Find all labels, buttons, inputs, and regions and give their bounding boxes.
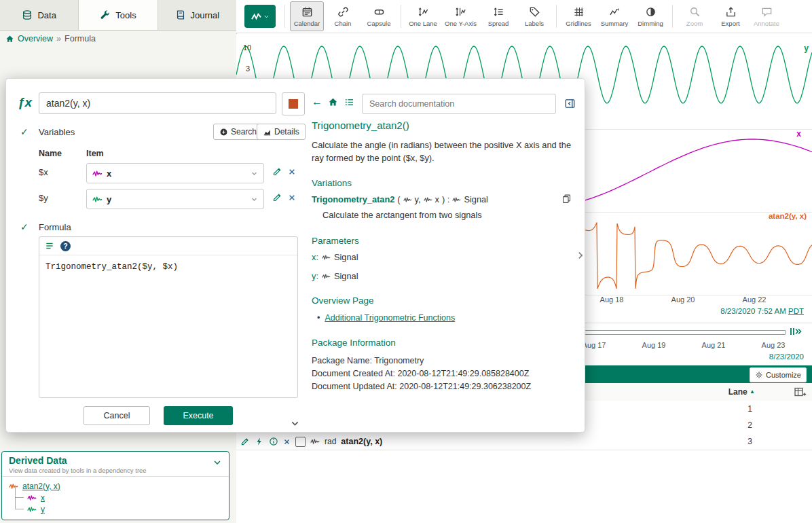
toolbar-dimming[interactable]: Dimming (633, 1, 667, 31)
trend-view-dropdown[interactable] (244, 5, 276, 28)
home-icon[interactable] (5, 35, 14, 43)
breadcrumb-current: Formula (64, 34, 96, 43)
toolbar-one-y-axis[interactable]: One Y-Axis (442, 1, 479, 31)
toolbar-capsule[interactable]: Capsule (362, 1, 396, 31)
range-grip-icon[interactable] (789, 327, 802, 336)
chevron-down-icon[interactable] (213, 458, 222, 467)
document-lines-icon[interactable] (45, 241, 54, 251)
collapse-pane-icon[interactable] (564, 98, 576, 109)
range-end-date[interactable]: 8/23/2020 (769, 353, 804, 361)
variable-item-select-x[interactable]: x (86, 163, 264, 183)
bolt-icon[interactable] (255, 437, 264, 446)
gear-icon (755, 371, 763, 379)
tab-tools[interactable]: Tools (79, 0, 158, 30)
remove-icon[interactable] (283, 438, 291, 446)
signal-icon (92, 196, 103, 203)
color-picker-button[interactable] (282, 92, 305, 115)
variables-details-button[interactable]: Details (257, 124, 306, 140)
timezone-link[interactable]: PDT (788, 307, 804, 315)
toolbar-calendar-label: Calendar (294, 20, 320, 27)
chevron-right-icon[interactable] (575, 250, 586, 261)
toolbar-chain[interactable]: Chain (326, 1, 360, 31)
variables-search-button[interactable]: Search (213, 124, 263, 140)
lane-value: 1 (748, 404, 752, 414)
lane-value: 2 (748, 420, 752, 430)
collapse-chevron-icon[interactable] (290, 418, 300, 429)
bullet: • (317, 313, 320, 323)
toolbar-summary[interactable]: Summary (597, 1, 631, 31)
toolbar-annotate[interactable]: Annotate (750, 1, 783, 31)
variation-arg: y, (415, 194, 421, 204)
toolbar-dimming-label: Dimming (638, 20, 663, 27)
toolbar-labels[interactable]: Labels (517, 1, 551, 31)
series-x-label[interactable]: x (796, 129, 801, 139)
journal-icon (175, 10, 186, 20)
lane-column-header[interactable]: Lane ▲ (728, 387, 755, 397)
derived-data-title: Derived Data (9, 455, 222, 466)
calendar-icon (301, 6, 313, 18)
execute-button[interactable]: Execute (164, 406, 233, 425)
toolbar-zoom[interactable]: Zoom (678, 1, 712, 31)
check-icon: ✓ (20, 221, 29, 232)
tree-item-x[interactable]: x (15, 492, 222, 503)
package-created-line: Document Created At: 2020-08-12T21:49:29… (312, 369, 529, 378)
cancel-button[interactable]: Cancel (84, 406, 150, 425)
remove-variable-icon[interactable] (288, 194, 296, 202)
parameter-y: y: Signal (312, 271, 358, 281)
remove-variable-icon[interactable] (288, 168, 296, 176)
doc-index-icon[interactable] (344, 97, 354, 107)
row-checkbox[interactable] (295, 437, 306, 447)
toolbar-summary-label: Summary (601, 20, 629, 27)
variable-item-select-y[interactable]: y (86, 189, 264, 209)
doc-back-icon[interactable]: ← (312, 96, 322, 108)
variables-section-title: Variables (39, 127, 75, 137)
package-name-line: Package Name: Trigonometry (312, 356, 424, 365)
tree-item-root[interactable]: atan2(y, x) (9, 480, 222, 492)
timestamp-text: 8/23/2020 7:52 AM (720, 307, 786, 315)
toolbar-calendar[interactable]: Calendar (290, 1, 324, 31)
tree-child-y-link[interactable]: y (41, 505, 45, 514)
formula-code[interactable]: Trigonometry_atan2($y, $x) (39, 255, 297, 278)
tab-data[interactable]: Data (0, 0, 79, 30)
toolbar-chain-label: Chain (335, 20, 352, 27)
formula-editor[interactable]: ? Trigonometry_atan2($y, $x) (39, 236, 298, 398)
toolbar-spread[interactable]: Spread (481, 1, 515, 31)
info-icon[interactable] (269, 437, 278, 446)
copy-icon[interactable] (561, 194, 572, 204)
one-lane-icon (418, 6, 429, 18)
series-y-label[interactable]: y (804, 43, 809, 53)
tree-item-y[interactable]: y (15, 503, 222, 515)
table-row[interactable]: rad atan2(y, x) 3 (236, 433, 812, 450)
edit-variable-icon[interactable] (272, 192, 282, 202)
edit-icon[interactable] (240, 437, 250, 446)
breadcrumb-overview[interactable]: Overview (18, 34, 53, 43)
signal-icon (310, 438, 320, 445)
tree-child-x-link[interactable]: x (41, 493, 45, 503)
toolbar-capsule-label: Capsule (367, 20, 391, 27)
doc-home-icon[interactable] (328, 97, 338, 107)
series-atan2-label[interactable]: atan2(y, x) (769, 212, 807, 220)
gridlines-icon (573, 6, 585, 18)
derived-data-panel: Derived Data View data created by tools … (1, 451, 229, 520)
customize-button[interactable]: Customize (750, 367, 807, 382)
tab-journal[interactable]: Journal (158, 0, 236, 30)
edit-variable-icon[interactable] (272, 166, 282, 177)
toolbar-export[interactable]: Export (714, 1, 748, 31)
signal-icon (322, 254, 331, 261)
derived-data-tree: atan2(y, x) x y (2, 477, 229, 515)
help-icon[interactable]: ? (60, 241, 71, 251)
toolbar-one-lane[interactable]: One Lane (406, 1, 440, 31)
trig-functions-link[interactable]: Additional Trigonometric Functions (325, 313, 455, 323)
toolbar-gridlines[interactable]: Gridlines (561, 1, 595, 31)
add-column-icon[interactable] (794, 386, 807, 398)
doc-search-input[interactable] (362, 94, 556, 114)
chevron-down-icon (251, 170, 258, 177)
zoom-icon (689, 6, 701, 18)
variation-function-name[interactable]: Trigonometry_atan2 (312, 194, 394, 204)
signal-name[interactable]: atan2(y, x) (341, 437, 382, 446)
tree-root-link[interactable]: atan2(y, x) (22, 482, 60, 491)
formula-name-input[interactable] (39, 92, 276, 114)
lane-value: 3 (748, 437, 752, 446)
toolbar-separator (672, 5, 673, 28)
color-swatch (289, 99, 298, 109)
